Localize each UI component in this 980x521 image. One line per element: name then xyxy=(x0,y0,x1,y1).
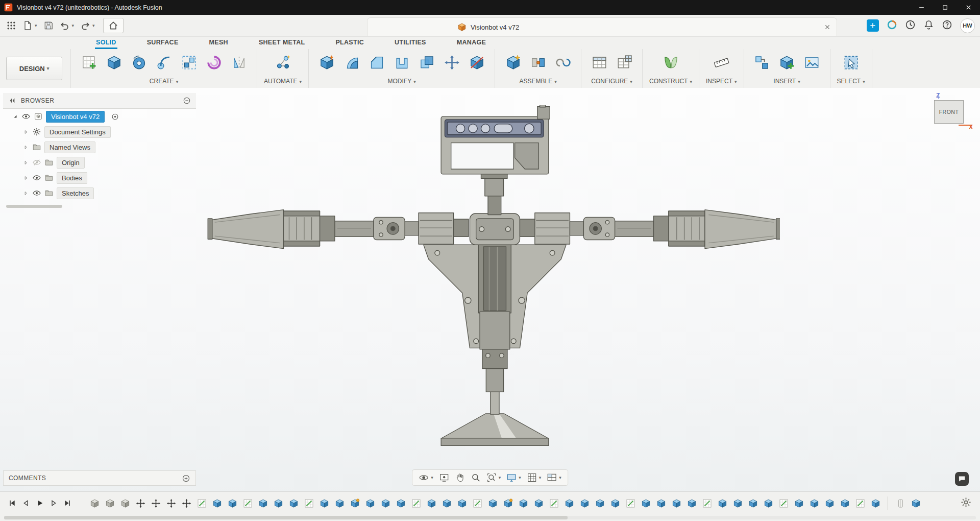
assistant-button[interactable] xyxy=(955,472,969,486)
timeline-settings-gear-icon[interactable] xyxy=(960,496,972,508)
timeline-feature-extrude[interactable] xyxy=(687,498,697,509)
tool-extrude-button[interactable] xyxy=(103,52,125,73)
browser-node-root[interactable]: Visionbot v4 v72 xyxy=(3,109,196,124)
display-settings-button[interactable] xyxy=(505,471,523,484)
timeline-feature-extrude[interactable] xyxy=(579,498,590,509)
tool-new-component-button[interactable] xyxy=(502,52,524,73)
close-button[interactable] xyxy=(957,0,980,15)
timeline-feature-extrude[interactable] xyxy=(319,498,329,509)
notifications-button[interactable] xyxy=(923,19,934,32)
timeline-feature-joint[interactable] xyxy=(166,498,176,509)
timeline-feature-sketch[interactable] xyxy=(778,498,789,509)
user-avatar[interactable]: HW xyxy=(960,18,975,33)
browser-scrollbar[interactable] xyxy=(6,205,62,208)
apps-grid-button[interactable] xyxy=(4,19,18,32)
caret-right-icon[interactable] xyxy=(22,144,29,151)
viewport-canvas[interactable]: BROWSER Visionbot v4 v72Document Setting… xyxy=(0,88,980,492)
caret-right-icon[interactable] xyxy=(22,190,29,197)
timeline-feature-extrude[interactable] xyxy=(809,498,819,509)
timeline-feature-sketch[interactable] xyxy=(472,498,482,509)
redo-button[interactable] xyxy=(78,19,97,32)
ribbon-tab-plastic[interactable]: PLASTIC xyxy=(334,39,365,49)
tool-insert-derive-button[interactable] xyxy=(751,52,773,73)
timeline-feature-extrude[interactable] xyxy=(396,498,406,509)
caret-right-icon[interactable] xyxy=(22,159,29,166)
tool-configuration-table-button[interactable] xyxy=(613,52,635,73)
browser-node-sketches[interactable]: Sketches xyxy=(3,185,196,201)
maximize-button[interactable] xyxy=(933,0,957,15)
fusion-badge-button[interactable] xyxy=(887,19,897,32)
tool-move-copy-button[interactable] xyxy=(440,52,463,73)
timeline-feature-extrude[interactable] xyxy=(365,498,375,509)
tool-new-sketch-button[interactable] xyxy=(78,52,100,73)
caret-right-icon[interactable] xyxy=(22,129,29,135)
timeline-scrollbar[interactable] xyxy=(4,516,976,519)
timeline-feature-extrude[interactable] xyxy=(487,498,498,509)
tool-revolve-button[interactable] xyxy=(128,52,150,73)
look-at-button[interactable] xyxy=(437,471,451,484)
tool-chamfer-button[interactable] xyxy=(365,52,388,73)
toolbar-group-label-create[interactable]: CREATE xyxy=(78,78,250,86)
timeline-feature-joint[interactable] xyxy=(181,498,191,509)
play-button[interactable] xyxy=(34,497,46,509)
timeline-feature-extrude-accent[interactable] xyxy=(503,498,513,509)
tool-automate-button[interactable] xyxy=(272,52,294,73)
timeline-feature-extrude[interactable] xyxy=(273,498,283,509)
tool-construction-plane-button[interactable] xyxy=(659,52,682,73)
collapse-panel-icon[interactable] xyxy=(8,97,16,105)
browser-node-named-views[interactable]: Named Views xyxy=(3,139,196,155)
robot-model[interactable] xyxy=(207,105,780,447)
eye-off-icon[interactable] xyxy=(32,158,41,167)
tool-fillet-button[interactable] xyxy=(340,52,363,73)
eye-icon[interactable] xyxy=(32,188,41,198)
timeline-feature-sketch[interactable] xyxy=(304,498,314,509)
timeline-feature-extrude-accent[interactable] xyxy=(350,498,360,509)
timeline-feature-component[interactable] xyxy=(120,498,130,509)
tool-measure-button[interactable] xyxy=(710,52,732,73)
timeline-feature-extrude[interactable] xyxy=(748,498,758,509)
timeline-feature-extrude[interactable] xyxy=(533,498,544,509)
toolbar-group-label-assemble[interactable]: ASSEMBLE xyxy=(502,78,574,86)
toolbar-group-label-select[interactable]: SELECT xyxy=(837,78,865,86)
ribbon-tab-mesh[interactable]: MESH xyxy=(208,39,229,49)
minimize-button[interactable] xyxy=(910,0,933,15)
tool-insert-mesh-button[interactable] xyxy=(776,52,798,73)
browser-node-document-settings[interactable]: Document Settings xyxy=(3,124,196,139)
timeline-feature-extrude[interactable] xyxy=(227,498,237,509)
timeline-feature-extrude[interactable] xyxy=(641,498,651,509)
tool-configuration-button[interactable] xyxy=(588,52,610,73)
toolbar-group-label-automate[interactable]: AUTOMATE xyxy=(264,78,302,86)
viewports-button[interactable] xyxy=(545,471,563,484)
timeline-feature-sketch[interactable] xyxy=(197,498,207,509)
tool-press-pull-button[interactable] xyxy=(315,52,338,73)
timeline-feature-extrude[interactable] xyxy=(656,498,666,509)
timeline-feature-extrude[interactable] xyxy=(717,498,727,509)
timeline-feature-extrude[interactable] xyxy=(212,498,222,509)
minimize-panel-icon[interactable] xyxy=(183,97,191,105)
timeline-feature-sketch[interactable] xyxy=(625,498,635,509)
toolbar-group-label-configure[interactable]: CONFIGURE xyxy=(588,78,635,86)
timeline-feature-extrude[interactable] xyxy=(911,498,921,509)
activate-component-target-icon[interactable] xyxy=(111,112,119,121)
tool-shell-button[interactable] xyxy=(390,52,413,73)
timeline-feature-sketch[interactable] xyxy=(702,498,712,509)
tool-joint-button[interactable] xyxy=(527,52,549,73)
viewcube-front-face[interactable]: FRONT xyxy=(934,100,964,124)
timeline-feature-component[interactable] xyxy=(105,498,115,509)
browser-node-bodies[interactable]: Bodies xyxy=(3,170,196,185)
timeline-feature-extrude[interactable] xyxy=(258,498,268,509)
timeline-feature-joint[interactable] xyxy=(151,498,161,509)
save-button[interactable] xyxy=(41,19,56,32)
toolbar-group-label-construct[interactable]: CONSTRUCT xyxy=(649,78,692,86)
timeline-feature-extrude[interactable] xyxy=(518,498,528,509)
timeline-feature-extrude[interactable] xyxy=(380,498,390,509)
timeline-feature-sketch[interactable] xyxy=(855,498,865,509)
caret-right-icon[interactable] xyxy=(22,175,29,181)
eye-icon[interactable] xyxy=(21,112,31,121)
expander-open-icon[interactable] xyxy=(12,113,18,120)
ribbon-tab-solid[interactable]: SOLID xyxy=(95,39,117,49)
timeline-feature-extrude[interactable] xyxy=(840,498,850,509)
go-to-start-button[interactable] xyxy=(6,497,18,509)
file-button[interactable] xyxy=(20,19,39,32)
new-tab-button[interactable] xyxy=(867,19,879,32)
